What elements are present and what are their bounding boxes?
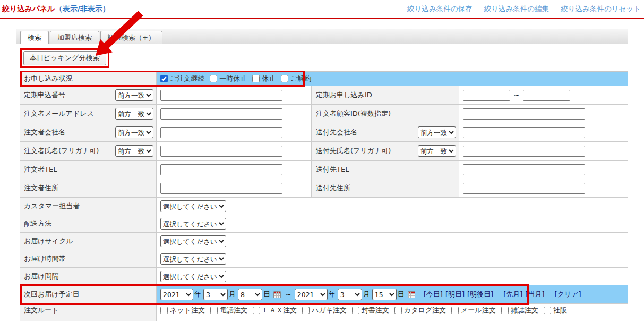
this-month-link[interactable]: [当月] (525, 290, 544, 299)
delivery-method-label: 配送方法 (24, 219, 51, 229)
route-mail[interactable]: メール注文 (451, 306, 496, 315)
magazine-order-checkbox[interactable] (501, 307, 509, 314)
tomorrow-link[interactable]: [明日] (445, 290, 465, 299)
letter-order-checkbox[interactable] (352, 307, 359, 314)
today-picking-search-button[interactable]: 本日ピッキング分検索 (23, 51, 106, 65)
delivery-interval-select[interactable]: 選択してください (160, 271, 226, 282)
route-net[interactable]: ネット注文 (160, 306, 205, 315)
route-magazine[interactable]: 雑誌注文 (501, 306, 538, 315)
status-option-continue[interactable]: ご注文継続 (160, 74, 204, 83)
from-year-select[interactable]: 2021 (160, 289, 193, 300)
catalog-order-checkbox[interactable] (394, 307, 402, 314)
route-phone[interactable]: 電話注文 (210, 306, 247, 315)
delivery-interval-label-cell: お届け間隔 (20, 268, 157, 285)
picking-button-annotation-box: 本日ピッキング分検索 (20, 48, 109, 68)
clear-link[interactable]: [クリア] (555, 290, 581, 299)
shipping-name-input[interactable] (463, 146, 585, 157)
tab-search[interactable]: 検索 (20, 31, 49, 44)
subscription-no-label-cell: 定期申込番号 前方一致 (20, 86, 157, 104)
orderer-email-input[interactable] (160, 108, 282, 120)
to-day-select[interactable]: 15 (372, 289, 397, 300)
day-unit: 日 (398, 290, 405, 299)
subscription-id-to-input[interactable] (523, 90, 570, 101)
tab-merchant-search[interactable]: 加盟店検索 (50, 31, 99, 44)
to-month-select[interactable]: 3 (338, 289, 362, 300)
orderer-customer-id-input[interactable] (463, 108, 585, 120)
delivery-method-label-cell: 配送方法 (20, 215, 157, 232)
red-divider (0, 18, 644, 19)
reset-conditions-link[interactable]: 絞り込み条件のリセット (561, 4, 641, 13)
delivery-time-select[interactable]: 選択してください (160, 253, 226, 265)
internal-sales-checkbox[interactable] (544, 307, 551, 314)
save-conditions-link[interactable]: 絞り込み条件の保存 (407, 4, 472, 13)
shipping-name-match-select[interactable]: 前方一致 (418, 145, 456, 157)
shipping-company-input[interactable] (463, 127, 585, 138)
day-after-tomorrow-link[interactable]: [明後日] (467, 290, 493, 299)
orderer-tel-label-cell: 注文者TEL (20, 160, 157, 179)
orderer-address-label-cell: 注文者住所 (20, 179, 157, 197)
route-catalog[interactable]: カタログ注文 (394, 306, 446, 315)
orderer-email-label-cell: 注文者メールアドレス 前方一致 (20, 105, 157, 123)
subscription-no-input[interactable] (160, 90, 282, 101)
subscription-id-from-input[interactable] (463, 90, 510, 101)
row-next-delivery-date: 次回お届け予定日 2021 年 3 月 8 日 ~ 2021 年 3 月 15 … (20, 285, 628, 304)
delivery-method-select[interactable]: 選択してください (160, 218, 226, 230)
orderer-email-match-select[interactable]: 前方一致 (115, 108, 153, 120)
range-separator: ~ (513, 91, 520, 99)
cancel-checkbox[interactable] (281, 75, 288, 82)
search-tab-content: 本日ピッキング分検索 お申し込み状況 ご注文継続 一時休止 (16, 44, 628, 321)
shipping-address-input[interactable] (463, 183, 585, 194)
net-order-checkbox[interactable] (160, 307, 168, 314)
route-postcard[interactable]: ハガキ注文 (302, 306, 347, 315)
top-bar: 絞り込みパネル（表示/非表示） 絞り込み条件の保存 絞り込み条件の編集 絞り込み… (0, 0, 644, 18)
orderer-company-input[interactable] (160, 127, 282, 138)
from-day-select[interactable]: 8 (238, 289, 262, 300)
order-route-label-cell: 注文ルート (20, 304, 157, 317)
orderer-address-input[interactable] (160, 183, 282, 194)
row-company: 注文者会社名 前方一致 送付先会社名 前方一致 (20, 123, 628, 142)
phone-order-checkbox[interactable] (210, 307, 218, 314)
mail-order-checkbox[interactable] (451, 307, 459, 314)
fax-order-checkbox[interactable] (253, 307, 260, 314)
stop-checkbox[interactable] (252, 75, 260, 82)
last-month-link[interactable]: [先月] (503, 290, 522, 299)
route-internal[interactable]: 社販 (544, 306, 567, 315)
orderer-company-label-cell: 注文者会社名 前方一致 (20, 123, 157, 141)
shipping-name-label: 送付先氏名(フリガナ可) (316, 146, 391, 156)
orderer-tel-input[interactable] (160, 164, 282, 175)
delivery-cycle-select[interactable]: 選択してください (160, 235, 226, 247)
status-option-pause[interactable]: 一時休止 (210, 74, 247, 83)
to-calendar-icon[interactable] (408, 291, 415, 298)
condition-links: 絞り込み条件の保存 絞り込み条件の編集 絞り込み条件のリセット (398, 4, 641, 14)
orderer-name-input[interactable] (160, 146, 282, 157)
orderer-email-label: 注文者メールアドレス (24, 109, 94, 119)
tab-detail-search[interactable]: 詳細検索（+） (100, 31, 162, 44)
status-option-stop[interactable]: 休止 (252, 74, 276, 83)
orderer-customer-id-label: 注文者顧客ID(複数指定) (316, 109, 391, 119)
route-letter[interactable]: 封書注文 (352, 306, 389, 315)
from-month-select[interactable]: 3 (203, 289, 228, 300)
show-hide-toggle-link[interactable]: （表示/非表示） (55, 4, 110, 13)
delivery-time-label-cell: お届け時間帯 (20, 250, 157, 267)
orderer-company-match-select[interactable]: 前方一致 (115, 126, 153, 138)
route-fax[interactable]: ＦＡＸ注文 (253, 306, 297, 315)
subscription-id-label-cell: 定期お申し込みID (312, 86, 459, 104)
edit-conditions-link[interactable]: 絞り込み条件の編集 (484, 4, 549, 13)
order-route-options: ネット注文 電話注文 ＦＡＸ注文 ハガキ注文 封書注文 カタログ注文 メール注文… (157, 304, 628, 317)
row-delivery-cycle: お届けサイクル 選択してください (20, 233, 628, 250)
today-link[interactable]: [今日] (424, 290, 443, 299)
continue-checkbox[interactable] (160, 75, 168, 82)
to-year-select[interactable]: 2021 (295, 289, 328, 300)
row-address: 注文者住所 送付先住所 (20, 179, 628, 198)
row-delivery-interval: お届け間隔 選択してください (20, 268, 628, 285)
pause-checkbox[interactable] (210, 75, 217, 82)
from-calendar-icon[interactable] (273, 291, 281, 298)
shipping-company-match-select[interactable]: 前方一致 (418, 126, 456, 138)
shipping-tel-input[interactable] (463, 164, 585, 175)
orderer-name-match-select[interactable]: 前方一致 (115, 145, 153, 157)
year-unit: 年 (329, 290, 336, 299)
subscription-no-match-select[interactable]: 前方一致 (115, 89, 153, 101)
status-option-cancel[interactable]: ご解約 (281, 74, 311, 83)
postcard-order-checkbox[interactable] (302, 307, 310, 314)
customer-rep-select[interactable]: 選択してください (160, 200, 226, 212)
